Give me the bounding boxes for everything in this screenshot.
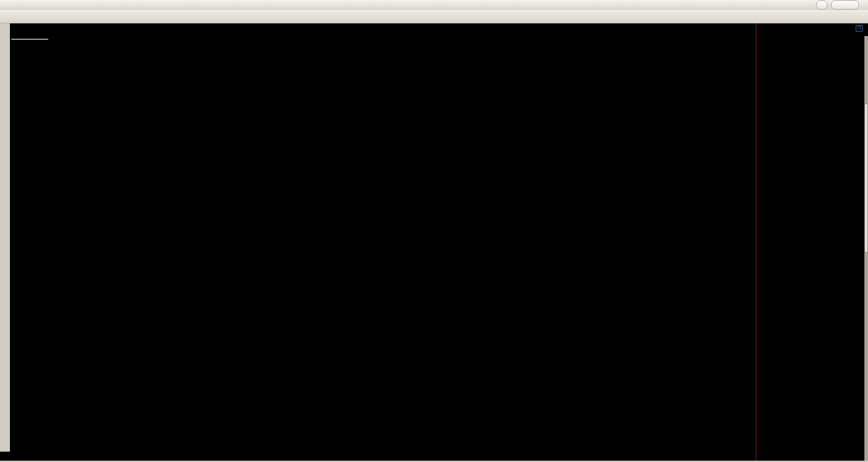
legend-panel bbox=[11, 39, 48, 40]
scrollbar-thumb[interactable] bbox=[864, 104, 868, 252]
trade-button[interactable] bbox=[816, 0, 827, 9]
quote-panel: ❐ bbox=[756, 23, 868, 462]
restore-window-icon[interactable]: ❐ bbox=[856, 25, 863, 32]
toolbar bbox=[0, 10, 868, 23]
message-button[interactable] bbox=[831, 0, 859, 9]
chart-overlay bbox=[10, 23, 756, 462]
titlebar bbox=[0, 0, 868, 10]
sidebar bbox=[0, 23, 10, 462]
tick-list-scrollbar[interactable] bbox=[864, 36, 868, 461]
x-axis bbox=[0, 452, 756, 461]
